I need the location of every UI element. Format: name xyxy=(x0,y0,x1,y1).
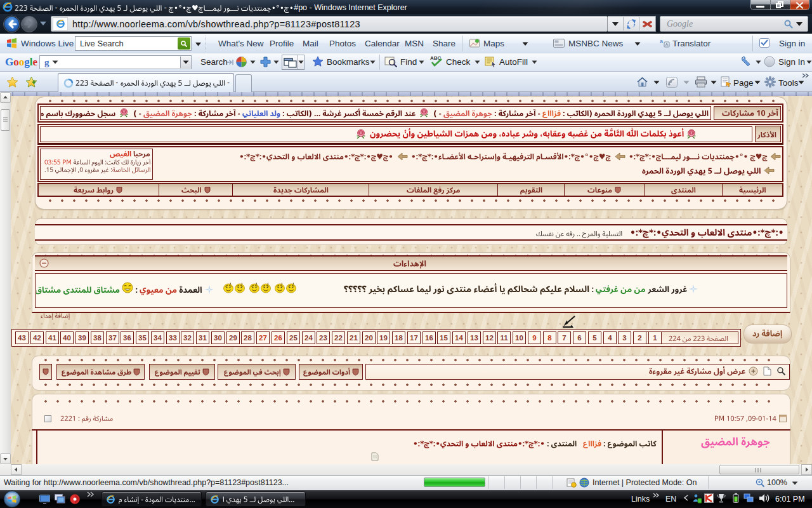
svg-text:a: a xyxy=(660,38,663,44)
